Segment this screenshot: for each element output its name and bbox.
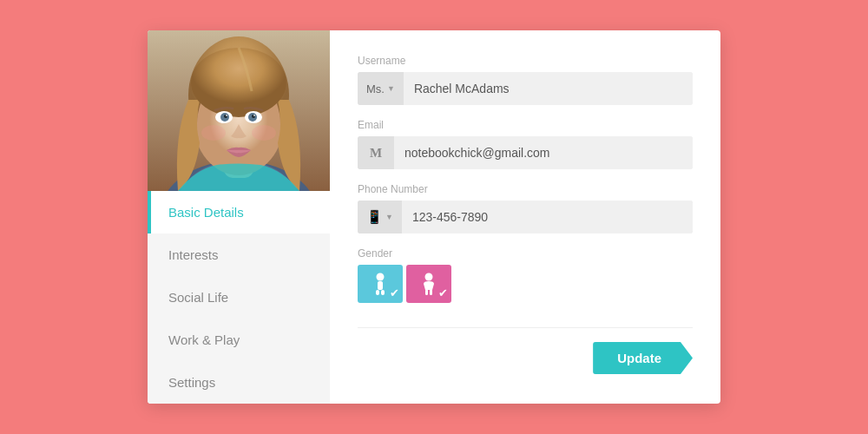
phone-input-row: 📱 ▼	[358, 201, 693, 233]
title-chevron-icon: ▼	[387, 84, 395, 93]
gender-options: ✔ ✔	[358, 265, 693, 303]
divider	[358, 327, 693, 328]
gender-female-button[interactable]: ✔	[406, 265, 451, 303]
username-input[interactable]	[404, 72, 693, 105]
phone-input[interactable]	[402, 201, 693, 233]
avatar-area	[148, 30, 330, 191]
avatar-image	[148, 30, 330, 191]
sidebar-item-basic-details[interactable]: Basic Details	[148, 191, 330, 233]
sidebar-item-work-play[interactable]: Work & Play	[148, 319, 330, 361]
svg-rect-24	[430, 289, 432, 295]
svg-rect-19	[378, 281, 383, 290]
email-label: Email	[358, 119, 693, 131]
male-figure-icon	[372, 273, 388, 295]
gender-label: Gender	[358, 247, 693, 260]
phone-label: Phone Number	[358, 183, 693, 195]
username-field-group: Username Ms. ▼	[358, 55, 693, 105]
svg-point-15	[253, 115, 255, 116]
sidebar-item-interests[interactable]: Interests	[148, 233, 330, 276]
sidebar-item-social-life[interactable]: Social Life	[148, 276, 330, 319]
gender-male-button[interactable]: ✔	[358, 265, 403, 303]
email-input-row: M	[358, 136, 693, 169]
email-input[interactable]	[394, 136, 693, 169]
sidebar: Basic Details Interests Social Life Work…	[148, 30, 330, 404]
svg-point-7	[191, 48, 286, 117]
email-field-group: Email M	[358, 119, 693, 169]
email-icon: M	[358, 136, 394, 169]
nav-menu: Basic Details Interests Social Life Work…	[148, 191, 330, 404]
svg-point-14	[226, 115, 227, 116]
svg-rect-21	[381, 290, 385, 295]
svg-rect-23	[425, 289, 428, 295]
gender-field-group: Gender ✔	[358, 247, 693, 303]
profile-card: Basic Details Interests Social Life Work…	[148, 30, 720, 404]
phone-chevron-icon: ▼	[385, 213, 393, 221]
svg-rect-20	[376, 290, 379, 295]
female-check-icon: ✔	[438, 286, 448, 299]
svg-point-16	[201, 125, 226, 141]
username-label: Username	[358, 55, 693, 67]
male-check-icon: ✔	[390, 286, 399, 299]
svg-point-17	[252, 125, 276, 141]
female-figure-icon	[421, 273, 437, 295]
phone-prefix-dropdown[interactable]: 📱 ▼	[358, 201, 402, 233]
sidebar-item-settings[interactable]: Settings	[148, 361, 330, 404]
phone-field-group: Phone Number 📱 ▼	[358, 183, 693, 233]
main-content: Username Ms. ▼ Email M Phone Number	[330, 30, 720, 404]
update-button-row: Update	[358, 342, 693, 374]
username-input-row: Ms. ▼	[358, 72, 693, 105]
title-prefix-dropdown[interactable]: Ms. ▼	[358, 72, 404, 105]
phone-icon: 📱	[366, 209, 383, 225]
update-button[interactable]: Update	[593, 342, 693, 374]
svg-point-22	[425, 273, 433, 281]
svg-point-18	[377, 273, 385, 281]
